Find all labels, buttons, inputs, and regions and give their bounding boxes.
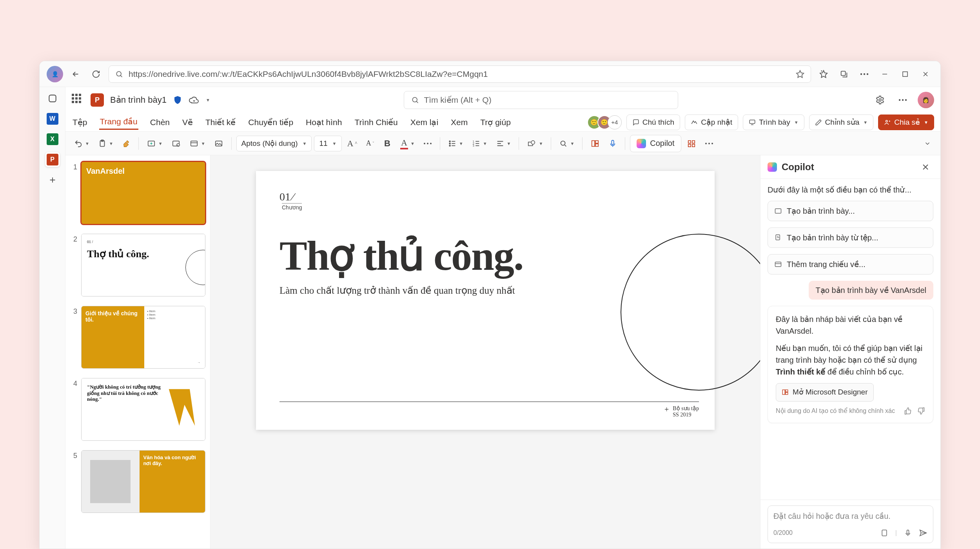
editing-mode-button[interactable]: Chỉnh sửa▼ xyxy=(809,115,874,130)
tab-draw[interactable]: Vẽ xyxy=(181,115,194,129)
open-designer-button[interactable]: Mở Microsoft Designer xyxy=(776,383,874,402)
svg-rect-50 xyxy=(882,530,887,536)
share-button[interactable]: Chia sẻ▼ xyxy=(878,115,934,130)
back-button[interactable] xyxy=(68,66,83,82)
copilot-suggestion-3[interactable]: Thêm trang chiếu về... xyxy=(768,254,933,274)
svg-point-22 xyxy=(427,143,428,144)
copilot-suggestion-2[interactable]: Tạo bản trình bày từ tệp... xyxy=(768,227,933,248)
svg-point-42 xyxy=(708,143,710,144)
align-button[interactable]: ▼ xyxy=(493,135,514,152)
designer-button[interactable] xyxy=(587,135,603,152)
font-color-button[interactable]: A▼ xyxy=(397,135,418,152)
slide-title[interactable]: Thợ thủ công. xyxy=(279,234,691,278)
new-slide-button[interactable]: ▼ xyxy=(143,135,166,152)
present-button[interactable]: Trình bày▼ xyxy=(743,115,804,130)
undo-button[interactable]: ▼ xyxy=(71,135,93,152)
copilot-mic-icon[interactable] xyxy=(904,529,912,537)
comments-button[interactable]: Chú thích xyxy=(626,115,680,130)
app-more-icon[interactable] xyxy=(895,92,911,108)
slide-thumb-5[interactable]: Văn hóa và con người nơi đây. xyxy=(81,450,205,513)
slide-thumb-4[interactable]: "Người không có trí tưởng tượng giống nh… xyxy=(81,378,205,441)
grid-view-button[interactable] xyxy=(684,135,699,152)
collapse-ribbon-button[interactable] xyxy=(920,135,935,152)
account-avatar[interactable]: 👩 xyxy=(918,92,934,108)
increase-font-button[interactable]: A^ xyxy=(344,135,361,152)
bullets-button[interactable]: ▼ xyxy=(445,135,466,152)
bold-button[interactable]: B xyxy=(380,135,395,152)
slide-thumb-1[interactable]: VanArsdel xyxy=(81,162,205,224)
decrease-font-button[interactable]: Aˇ xyxy=(363,135,377,152)
slide-canvas-area[interactable]: 01 ∕ Chương Thợ thủ công. Làm cho chất l… xyxy=(211,155,760,549)
tab-slideshow[interactable]: Trình Chiếu xyxy=(354,115,398,129)
excel-app-icon[interactable]: X xyxy=(45,132,60,147)
address-bar[interactable]: https://onedrive.live.com/:w:/t/EaCKkPs6… xyxy=(109,65,811,83)
tab-animations[interactable]: Hoạt hình xyxy=(305,115,343,129)
tab-transitions[interactable]: Chuyển tiếp xyxy=(247,115,294,129)
browser-more-button[interactable] xyxy=(857,66,872,82)
font-size-select[interactable]: 11▼ xyxy=(314,136,341,151)
tab-file[interactable]: Tệp xyxy=(72,115,88,129)
svg-rect-5 xyxy=(903,72,907,76)
format-painter-button[interactable] xyxy=(119,135,134,152)
app-launcher-icon[interactable] xyxy=(72,94,84,106)
copilot-disclaimer: Nội dung do AI tạo có thể không chính xá… xyxy=(776,406,898,416)
dictate-button[interactable] xyxy=(605,135,620,152)
presence-more[interactable]: +4 xyxy=(608,115,622,129)
reuse-slides-button[interactable] xyxy=(168,135,184,152)
font-family-select[interactable]: Aptos (Nội dung)▼ xyxy=(236,136,312,151)
tab-design[interactable]: Thiết kế xyxy=(205,115,236,129)
favorites-button[interactable] xyxy=(816,66,831,82)
chapter-label: Chương xyxy=(282,203,302,211)
tab-view[interactable]: Xem xyxy=(450,115,468,129)
sidebar-rounded-icon[interactable] xyxy=(45,91,60,106)
minimize-button[interactable] xyxy=(877,66,893,82)
shapes-button[interactable]: ▼ xyxy=(524,135,546,152)
collections-button[interactable] xyxy=(836,66,852,82)
current-slide[interactable]: 01 ∕ Chương Thợ thủ công. Làm cho chất l… xyxy=(256,171,715,430)
add-app-icon[interactable] xyxy=(45,173,60,187)
powerpoint-app-icon[interactable]: P xyxy=(45,152,60,167)
slide-thumb-2[interactable]: 01 /Thợ thủ công. xyxy=(81,234,205,296)
find-button[interactable]: ▼ xyxy=(556,135,577,152)
svg-rect-51 xyxy=(907,530,909,534)
toolbar-more-button[interactable] xyxy=(702,135,717,152)
picture-button[interactable] xyxy=(211,135,227,152)
title-dropdown-icon[interactable]: ▼ xyxy=(206,98,210,102)
svg-point-2 xyxy=(860,73,862,75)
search-icon xyxy=(115,70,123,78)
layout-button[interactable]: ▼ xyxy=(186,135,209,152)
svg-rect-12 xyxy=(750,120,755,124)
copilot-icon xyxy=(768,162,777,172)
copilot-close-button[interactable] xyxy=(918,159,933,175)
word-app-icon[interactable]: W xyxy=(45,111,60,126)
cloud-sync-icon[interactable] xyxy=(189,95,199,105)
tab-insert[interactable]: Chèn xyxy=(149,115,171,129)
svg-rect-34 xyxy=(595,140,598,143)
copilot-book-icon[interactable] xyxy=(880,529,888,537)
refresh-button[interactable] xyxy=(88,66,104,82)
tab-review[interactable]: Xem lại xyxy=(410,115,439,129)
copilot-ribbon-button[interactable]: Copilot xyxy=(630,135,681,152)
paste-button[interactable]: ▼ xyxy=(95,135,116,152)
more-font-button[interactable] xyxy=(420,135,435,152)
copilot-input[interactable]: Đặt câu hỏi hoặc đưa ra yêu cầu. 0/2000 … xyxy=(768,505,933,543)
copilot-send-icon[interactable] xyxy=(919,529,927,537)
maximize-button[interactable] xyxy=(897,66,913,82)
app-title-bar: P Bản trình bày1 ▼ Tìm kiếm (Alt + Q) 👩 xyxy=(65,87,940,113)
thumbs-up-button[interactable] xyxy=(904,407,912,415)
document-title[interactable]: Bản trình bày1 xyxy=(110,95,167,105)
copilot-suggestion-1[interactable]: Tạo bản trình bày... xyxy=(768,201,933,221)
numbering-button[interactable]: 123▼ xyxy=(469,135,490,152)
thumbs-down-button[interactable] xyxy=(917,407,925,415)
copilot-assistant-message: Đây là bản nháp bài viết của bạn về VanA… xyxy=(768,306,933,423)
slide-thumb-3[interactable]: Giới thiệu về chúng tôi.• Item• Item• It… xyxy=(81,306,205,369)
profile-avatar[interactable]: 👤 xyxy=(47,66,63,82)
catchup-button[interactable]: Cập nhật xyxy=(685,115,738,130)
search-box[interactable]: Tìm kiếm (Alt + Q) xyxy=(404,91,678,109)
favorite-icon[interactable] xyxy=(796,70,804,78)
settings-icon[interactable] xyxy=(872,92,888,108)
close-window-button[interactable] xyxy=(918,66,933,82)
sensitivity-icon[interactable] xyxy=(173,95,182,105)
tab-home[interactable]: Trang đầu xyxy=(99,115,138,130)
tab-help[interactable]: Trợ giúp xyxy=(479,115,512,129)
